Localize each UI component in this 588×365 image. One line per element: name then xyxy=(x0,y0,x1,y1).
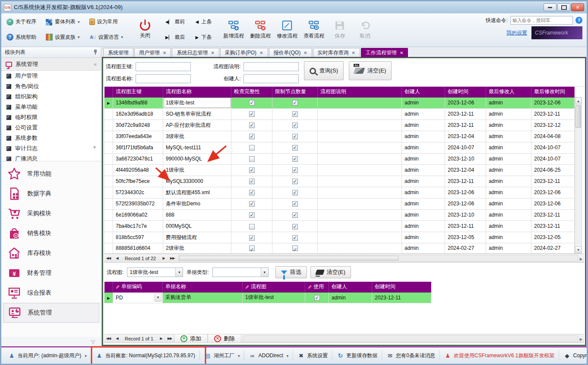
close-button[interactable] xyxy=(571,3,584,11)
status-item[interactable]: 系统设置 xyxy=(293,350,332,361)
cell-flow-name[interactable]: 费用报销流程 xyxy=(163,232,231,243)
cell-check-integrity[interactable] xyxy=(231,176,272,187)
cell-limit-nodes[interactable] xyxy=(272,164,318,176)
sidebar-group-reports[interactable]: 综合报表 xyxy=(1,283,101,303)
creator-input[interactable] xyxy=(243,74,299,83)
scroll-thumb[interactable] xyxy=(575,105,581,128)
scroll-up-icon[interactable]: ▲ xyxy=(575,98,582,104)
cell-creator[interactable]: admin xyxy=(402,164,445,176)
save-button[interactable]: 保存 xyxy=(327,14,352,45)
cell-flow-key[interactable]: 572f239035b072 xyxy=(113,198,163,209)
grid-column-header[interactable]: 检查完整性 xyxy=(231,87,272,97)
document-tab[interactable]: 报价单(QO) xyxy=(269,48,312,57)
cell-modify-time[interactable]: 2024-06-25 xyxy=(531,164,575,176)
cell-check-integrity[interactable] xyxy=(231,120,272,131)
checkbox-icon[interactable] xyxy=(249,100,255,106)
sidebar-group-purchase[interactable]: 采购模块 xyxy=(1,204,101,223)
cell-flow-key[interactable]: 572344302c xyxy=(113,187,163,198)
vertical-scrollbar[interactable]: ▲ ▼ xyxy=(575,97,582,254)
cell-doc-name[interactable]: 采购送货单 xyxy=(163,292,243,303)
flow-combo[interactable]: 1级审批-test ▼ xyxy=(127,267,183,277)
checkbox-icon[interactable] xyxy=(292,111,298,117)
cell-flow-desc[interactable] xyxy=(318,164,402,176)
sidebar-module-item[interactable]: 用户管理 xyxy=(1,71,101,81)
document-tab[interactable]: 系统管理 xyxy=(103,48,133,57)
sidebar-group-inventory[interactable]: 库存模块 xyxy=(1,243,101,263)
cell-modify-time[interactable]: 2023-12-11 xyxy=(531,108,575,120)
sidebar-module-item[interactable]: 公司设置 xyxy=(1,123,101,133)
document-tab[interactable]: 工作流程管理 xyxy=(361,48,408,57)
cell-creator[interactable]: admin xyxy=(329,292,372,303)
cell-flow-key[interactable]: 33f07eeda643e xyxy=(113,131,163,142)
cell-modifier[interactable]: admin xyxy=(486,120,531,131)
grid-column-header[interactable]: 流程图名称 xyxy=(163,87,231,97)
sidebar-module-item[interactable]: 临时权限 xyxy=(1,112,101,123)
grid-row[interactable]: 3a667230478c1 990000-MySQL admin 2023-12… xyxy=(104,153,575,164)
collapse-icon[interactable]: « xyxy=(94,61,97,67)
clear-button[interactable]: 清空(E) xyxy=(349,61,392,80)
cell-use[interactable] xyxy=(305,292,329,303)
cell-creator[interactable]: admin xyxy=(402,232,445,243)
skin-button[interactable]: 设置皮肤▾ xyxy=(44,33,82,42)
cell-creator[interactable]: admin xyxy=(402,142,445,153)
cell-limit-nodes[interactable] xyxy=(272,220,318,232)
cell-modify-time[interactable]: 2023-12-05 xyxy=(531,232,575,243)
cell-limit-nodes[interactable] xyxy=(272,243,318,253)
grid-column-header[interactable]: 创建时间 xyxy=(445,87,486,97)
cell-create-time[interactable]: 2024-10-07 xyxy=(445,142,486,153)
checkbox-icon[interactable] xyxy=(292,212,298,218)
cell-limit-nodes[interactable] xyxy=(272,153,318,164)
checkbox-icon[interactable] xyxy=(292,245,298,251)
checkbox-icon[interactable] xyxy=(249,111,255,117)
cell-modify-time[interactable]: 2023-12-11 xyxy=(531,220,575,232)
checkbox-icon[interactable] xyxy=(292,201,298,207)
document-tab[interactable]: 用户管理 xyxy=(134,48,171,57)
nav-prev-button[interactable] xyxy=(113,335,121,342)
checkbox-icon[interactable] xyxy=(249,201,255,207)
cell-creator[interactable]: admin xyxy=(402,187,445,198)
restore-button[interactable] xyxy=(557,3,570,11)
checkbox-icon[interactable] xyxy=(314,295,320,301)
add-row-button[interactable]: 添加 xyxy=(174,334,208,343)
quick-help-icon[interactable]: ? xyxy=(575,17,582,24)
tab-close-icon[interactable] xyxy=(400,50,403,55)
cell-limit-nodes[interactable] xyxy=(272,142,318,153)
cell-flow-key[interactable]: 8888581d6604 xyxy=(113,243,163,253)
grid-column-header[interactable]: 流程图主键 xyxy=(113,87,163,97)
cell-flow-desc[interactable] xyxy=(318,176,402,187)
cell-create-time[interactable]: 2023-12-11 xyxy=(372,292,431,303)
cell-modify-time[interactable]: 2024-10-07 xyxy=(531,153,575,164)
sidebar-module-item[interactable]: 系统参数 xyxy=(1,133,101,143)
grid-column-header[interactable]: 创建人 xyxy=(329,282,372,292)
record-first-button[interactable]: ◀▏最前 xyxy=(164,17,187,26)
cell-creator[interactable]: admin xyxy=(402,220,445,232)
grid-column-header[interactable]: 使用 xyxy=(305,282,329,292)
cell-flow-name[interactable]: 条件审批Demo xyxy=(163,198,231,209)
status-item[interactable]: ADODirect xyxy=(244,350,293,361)
cell-create-time[interactable]: 2023-12-04 xyxy=(445,131,486,142)
sidebar-group-dictionary[interactable]: 数据字典 xyxy=(1,184,101,204)
cell-create-time[interactable]: 2023-12-05 xyxy=(445,232,486,243)
cell-create-time[interactable]: 2023-12-10 xyxy=(445,153,486,164)
checkbox-icon[interactable] xyxy=(292,235,298,241)
sidebar-item-selected-module[interactable]: 系统管理 « xyxy=(1,58,101,71)
grid-row[interactable]: 162e3d96adb18 SO-销售单审批流程 admin 2023-12-1… xyxy=(104,108,575,120)
filter-button[interactable]: 筛选 xyxy=(275,266,307,278)
grid-row[interactable]: 30d72c9a9248 AP-应付款审批流程 admin 2023-12-11… xyxy=(104,120,575,131)
cell-modifier[interactable]: admin xyxy=(486,187,531,198)
cell-limit-nodes[interactable] xyxy=(272,209,318,220)
flow-desc-input[interactable] xyxy=(243,62,299,71)
nav-next-button[interactable] xyxy=(159,255,168,262)
cell-modifier[interactable]: admin xyxy=(486,176,531,187)
cell-flow-name[interactable]: MySQL3330000 xyxy=(163,176,231,187)
cell-modifier[interactable]: admin xyxy=(486,198,531,209)
cell-flow-key[interactable]: 4f4492056a48 xyxy=(113,164,163,176)
query-button[interactable]: 查询(S) xyxy=(304,61,344,80)
tab-close-icon[interactable] xyxy=(163,50,166,55)
language-button[interactable]: 设置语言▾ xyxy=(88,33,125,42)
nav-first-button[interactable] xyxy=(104,255,113,262)
horizontal-scrollbar[interactable] xyxy=(243,335,578,342)
cell-flow-desc[interactable] xyxy=(318,108,402,120)
document-tab[interactable]: 实时库存查询 xyxy=(313,48,360,57)
flow-key-input[interactable] xyxy=(136,62,191,71)
